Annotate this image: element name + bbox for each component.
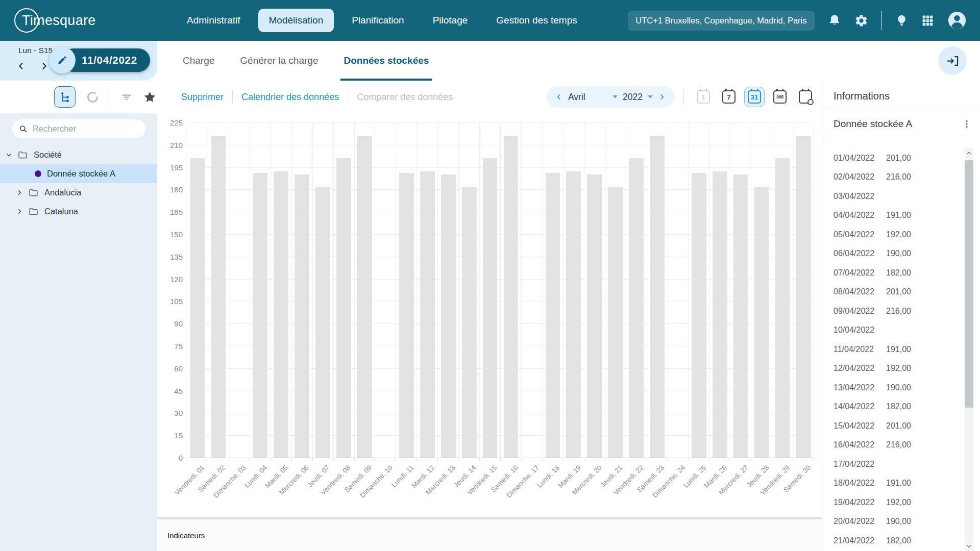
timezone-selector[interactable]: UTC+1 Bruxelles, Copenhague, Madrid, Par… [628, 11, 814, 31]
bar [650, 136, 665, 458]
edit-date-button[interactable] [49, 47, 76, 73]
app-logo[interactable]: Timesquare [14, 0, 96, 41]
context-bar: Lun - S15 11/04/2022 ChargeGénérer la ch… [0, 41, 980, 81]
user-avatar[interactable] [947, 11, 967, 30]
row-date: 03/04/2022 [834, 192, 886, 201]
row-date: 05/04/2022 [834, 230, 886, 239]
row-value: 191,00 [886, 479, 911, 488]
prev-month-button[interactable] [555, 93, 563, 101]
data-row[interactable]: 03/04/2022 [822, 187, 962, 206]
data-row[interactable]: 10/04/2022 [822, 321, 962, 340]
data-row[interactable]: 19/04/2022192,00 [822, 493, 962, 512]
bar-column [543, 122, 564, 458]
data-row[interactable]: 04/04/2022191,00 [822, 206, 962, 226]
nav-item-pilotage[interactable]: Pilotage [422, 9, 479, 32]
collapse-panel-button[interactable] [938, 46, 967, 75]
kebab-menu-icon[interactable] [961, 118, 973, 130]
tree-item-label: Donnée stockée A [47, 169, 115, 179]
tab-generer-la-charge[interactable]: Générer la charge [239, 41, 319, 81]
date-picker[interactable]: 11/04/2022 [49, 47, 150, 73]
list-scrollbar[interactable] [965, 148, 973, 551]
next-month-button[interactable] [658, 93, 666, 101]
chevron-right-icon[interactable] [15, 189, 24, 196]
data-row[interactable]: 16/04/2022216,00 [822, 436, 962, 455]
apps-grid-icon[interactable] [921, 14, 934, 27]
data-row[interactable]: 11/04/2022191,00 [822, 340, 962, 359]
row-value: 182,00 [886, 268, 911, 278]
data-row[interactable]: 07/04/2022182,00 [822, 263, 962, 283]
nav-item-administratif[interactable]: Administratif [176, 9, 251, 32]
data-row[interactable]: 15/04/2022201,00 [822, 416, 962, 436]
data-row[interactable]: 13/04/2022190,00 [822, 378, 962, 397]
data-row[interactable]: 06/04/2022190,00 [822, 244, 962, 264]
tab-charge[interactable]: Charge [182, 41, 215, 81]
y-tick-label: 120 [170, 274, 183, 283]
data-row[interactable]: 20/04/2022190,00 [822, 512, 962, 532]
row-value: 191,00 [886, 211, 911, 220]
bar-column [438, 122, 459, 458]
tab-donnees-stockees[interactable]: Données stockées [342, 41, 430, 81]
indicators-panel: Indicateurs [157, 519, 822, 551]
week-label: Lun - S15 [18, 46, 53, 55]
week-navigation [16, 61, 49, 71]
tree-item-donnee-stockee-a[interactable]: Donnée stockée A [0, 164, 157, 183]
view-custom-period-icon[interactable] [795, 87, 816, 107]
month-dropdown[interactable]: Avril [568, 92, 585, 103]
data-row[interactable]: 21/04/2022182,00 [822, 531, 962, 550]
data-row[interactable]: 09/04/2022216,00 [822, 302, 962, 321]
scrollbar-thumb[interactable] [965, 160, 973, 408]
search-box[interactable] [12, 119, 145, 138]
favorite-button[interactable] [143, 90, 157, 104]
search-input[interactable] [32, 123, 139, 134]
year-caret-icon[interactable] [648, 95, 653, 98]
scroll-up-button[interactable] [965, 148, 973, 158]
tree-view-button[interactable] [54, 86, 76, 108]
data-row[interactable]: 01/04/2022201,00 [822, 148, 962, 168]
data-row[interactable]: 14/04/2022182,00 [822, 397, 962, 417]
bar [441, 174, 456, 458]
scroll-down-button[interactable] [965, 541, 973, 551]
dataset-dot-icon [35, 170, 41, 177]
chevron-right-icon[interactable] [15, 208, 24, 215]
row-date: 20/04/2022 [834, 517, 886, 526]
row-date: 13/04/2022 [834, 383, 886, 392]
gear-icon[interactable] [854, 14, 868, 28]
month-year-selector[interactable]: Avril 2022 [547, 86, 674, 108]
view-week-7-icon[interactable]: 7 [719, 87, 739, 107]
bar-column [396, 122, 417, 458]
data-row[interactable]: 02/04/2022216,00 [822, 168, 962, 187]
bar-columns [187, 122, 814, 458]
action-supprimer[interactable]: Supprimer [181, 92, 224, 103]
data-row[interactable]: 17/04/2022 [822, 455, 962, 474]
month-caret-icon[interactable] [612, 95, 618, 98]
data-row[interactable]: 12/04/2022192,00 [822, 359, 962, 379]
row-value: 201,00 [886, 421, 911, 431]
nav-item-planification[interactable]: Planification [341, 9, 414, 32]
bar-column [355, 122, 376, 458]
nav-item-modelisation[interactable]: Modélisation [258, 9, 334, 32]
week-next-button[interactable] [39, 61, 49, 71]
filter-button[interactable] [120, 91, 133, 103]
action-calendrier-des-donnees[interactable]: Calendrier des données [241, 92, 339, 103]
nav-item-gestion-des-temps[interactable]: Gestion des temps [485, 9, 587, 32]
y-tick-label: 30 [174, 409, 183, 417]
year-dropdown[interactable]: 2022 [623, 92, 643, 103]
star-icon [143, 90, 157, 104]
bar [483, 158, 498, 458]
data-row[interactable]: 18/04/2022191,00 [822, 474, 962, 493]
chart-view-button[interactable] [86, 90, 100, 104]
tree-item-cataluna[interactable]: Cataluna [0, 202, 157, 221]
tree-item-societe[interactable]: Société [0, 145, 157, 164]
bar-column [689, 122, 710, 458]
data-row[interactable]: 05/04/2022192,00 [822, 225, 962, 244]
lightbulb-icon[interactable] [895, 14, 908, 27]
data-row[interactable]: 08/04/2022201,00 [822, 283, 962, 302]
topbar-divider [881, 11, 883, 30]
bell-icon[interactable] [828, 14, 841, 27]
view-year-365-icon[interactable]: 365 [770, 87, 790, 107]
view-day-1-icon: 1 [693, 87, 714, 107]
tree-item-andalucia[interactable]: Andalucia [0, 183, 157, 202]
week-prev-button[interactable] [16, 61, 26, 71]
chevron-down-icon[interactable] [4, 151, 13, 159]
view-month-31-icon[interactable]: 31 [744, 87, 765, 107]
